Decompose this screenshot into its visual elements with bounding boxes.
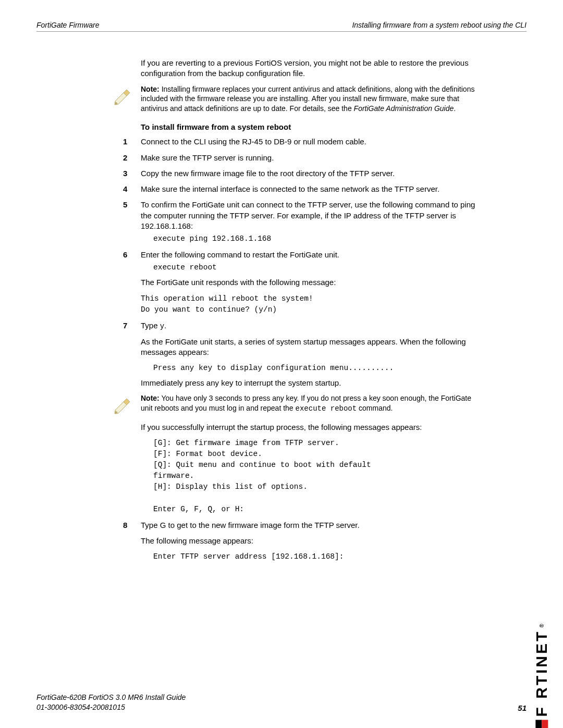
fortinet-side-brand: F RTINET® [533, 624, 550, 728]
step-6-after: The FortiGate unit responds with the fol… [141, 277, 485, 288]
step-number: 7 [123, 320, 127, 331]
note2-fortigate: FortiGate [441, 394, 471, 402]
main-content: If you are reverting to a previous Forti… [141, 58, 485, 562]
code-reboot-prompt: This operation will reboot the system! D… [141, 293, 485, 315]
page-header: FortiGate Firmware Installing firmware f… [36, 21, 527, 29]
step-5: 5 To confirm the FortiGate unit can conn… [141, 200, 485, 244]
inline-code-y: y [160, 322, 164, 330]
page-number: 51 [518, 704, 527, 712]
step-7-type: Type [141, 321, 160, 330]
step-7: 7 Type y. As the FortiGate unit starts, … [141, 320, 485, 515]
footer-left: FortiGate-620B FortiOS 3.0 MR6 Install G… [36, 693, 527, 712]
note2-part3: command. [357, 404, 393, 412]
step-text: Connect to the CLI using the RJ-45 to DB… [141, 137, 366, 146]
step-number: 8 [123, 520, 127, 530]
step-number: 2 [123, 153, 127, 163]
step-number: 5 [123, 200, 127, 210]
step-8: 8 Type G to get to the new firmware imag… [141, 520, 485, 563]
note-pencil-icon [112, 85, 133, 106]
page-footer: FortiGate-620B FortiOS 3.0 MR6 Install G… [36, 693, 527, 712]
step-7-tail: Immediately press any key to interrupt t… [141, 378, 485, 388]
code-execute-reboot: execute reboot [153, 262, 485, 273]
header-right: Installing firmware from a system reboot… [352, 21, 527, 29]
brand-text: F RTINET [533, 630, 550, 717]
step-1: 1Connect to the CLI using the RJ-45 to D… [141, 137, 485, 147]
section-heading: To install firmware from a system reboot [141, 122, 485, 132]
note-pencil-icon [112, 394, 133, 415]
header-left: FortiGate Firmware [36, 21, 100, 29]
code-boot-menu: [G]: Get firmware image from TFTP server… [153, 438, 485, 514]
step-number: 6 [123, 250, 127, 260]
step-text: Type G to get to the new firmware image … [141, 521, 360, 529]
interrupt-success-para: If you successfully interrupt the startu… [141, 422, 485, 433]
brand-registered: ® [539, 624, 545, 627]
step-4: 4Make sure the internal interface is con… [141, 184, 485, 194]
footer-title: FortiGate-620B FortiOS 3.0 MR6 Install G… [36, 693, 527, 702]
step-3: 3Copy the new firmware image file to the… [141, 168, 485, 179]
step-7-period: . [164, 321, 166, 330]
note-install-firmware: Note: Installing firmware replaces your … [112, 84, 485, 114]
step-text: Make sure the internal interface is conn… [141, 184, 439, 193]
step-text: Copy the new firmware image file to the … [141, 169, 395, 178]
note-label: Note: [141, 85, 160, 93]
note2-part2: unit reboots and you must log in and rep… [141, 404, 296, 412]
intro-paragraph: If you are reverting to a previous Forti… [141, 58, 485, 79]
step-number: 1 [123, 137, 127, 147]
step-text: To confirm the FortiGate unit can connec… [141, 200, 475, 230]
step-number: 3 [123, 168, 127, 179]
step-8-after: The following message appears: [141, 536, 485, 546]
footer-docid: 01-30006-83054-20081015 [36, 702, 527, 712]
step-text: Enter the following command to restart t… [141, 250, 339, 259]
step-text: Make sure the TFTP server is running. [141, 153, 274, 162]
code-tftp-address: Enter TFTP server address [192.168.1.168… [153, 551, 485, 562]
step-list: 1Connect to the CLI using the RJ-45 to D… [141, 137, 485, 562]
inline-code-execute-reboot: execute reboot [296, 404, 357, 413]
note-three-seconds: Note: You have only 3 seconds to press a… [112, 393, 485, 414]
note-label: Note: [141, 394, 160, 402]
fortinet-logo-icon [535, 720, 548, 728]
code-execute-ping: execute ping 192.168.1.168 [153, 233, 485, 244]
code-press-any-key: Press any key to display configuration m… [153, 363, 485, 374]
step-number: 4 [123, 184, 127, 194]
header-rule [36, 31, 527, 32]
page: FortiGate Firmware Installing firmware f… [0, 0, 563, 728]
step-2: 2Make sure the TFTP server is running. [141, 153, 485, 163]
note-tail: . [454, 104, 456, 113]
step-6: 6 Enter the following command to restart… [141, 250, 485, 315]
guide-reference: FortiGate Administration Guide [354, 104, 454, 113]
note2-part1: You have only 3 seconds to press any key… [160, 394, 441, 402]
step-7-after: As the FortiGate unit starts, a series o… [141, 337, 485, 358]
